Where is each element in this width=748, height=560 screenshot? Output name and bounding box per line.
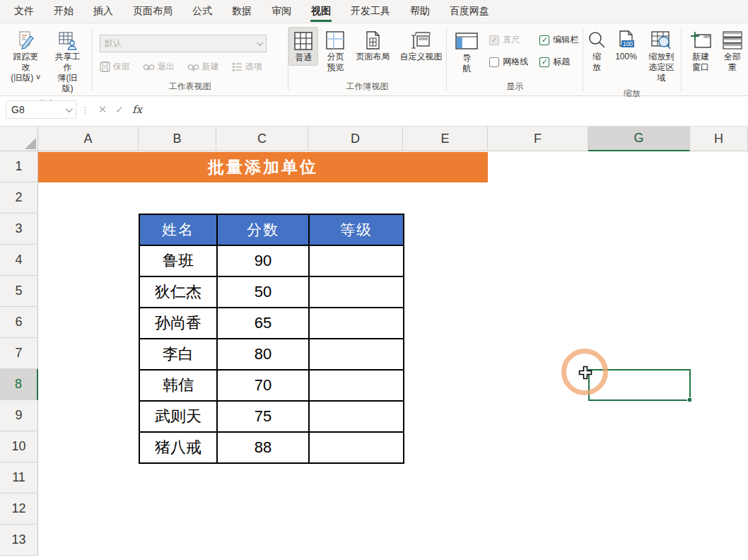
formula-bar-grip[interactable]: ⋮ [81,105,90,115]
options-button[interactable]: 选项 [232,61,262,73]
select-all-corner[interactable] [0,127,38,151]
table-cell[interactable]: 猪八戒 [139,432,217,463]
row-header-12[interactable]: 12 [0,494,38,525]
tab-label: 公式 [192,1,213,22]
page-break-preview-button[interactable]: 分页 预览 [321,27,349,75]
enter-icon[interactable]: ✓ [111,103,128,116]
ribbon-group-show: 导 航 直尺 网格线 编辑栏 [447,23,583,95]
row-header-13[interactable]: 13 [0,525,38,556]
column-header-G[interactable]: G [588,127,690,151]
tab-公式[interactable]: 公式 [182,0,222,23]
table-header-姓名[interactable]: 姓名 [139,214,217,245]
table-row: 狄仁杰50 [139,276,404,308]
row-header-5[interactable]: 5 [0,276,38,307]
row-header-6[interactable]: 6 [0,307,38,338]
formula-bar-checkbox[interactable]: 编辑栏 [539,34,578,46]
table-cell[interactable]: 狄仁杰 [139,276,217,308]
table-cell[interactable] [309,432,404,463]
table-cell[interactable] [309,339,404,370]
table-cell[interactable]: 65 [217,308,309,339]
column-header-F[interactable]: F [488,127,588,151]
row-header-7[interactable]: 7 [0,338,38,369]
spreadsheet-grid[interactable]: 批量添加单位 姓名分数等级 鲁班90狄仁杰50孙尚香65李白80韩信70武则天7… [0,127,748,560]
table-cell[interactable] [309,276,404,308]
tab-文件[interactable]: 文件 [4,0,44,23]
track-changes-button[interactable]: 跟踪更改 (旧版) ˅ [7,27,45,86]
formula-bar: G8 ⋮ ✕ ✓ fx [0,96,748,127]
keep-view-button[interactable]: 保留 [100,61,130,73]
zoom-100-label: 100% [615,52,637,62]
custom-views-button[interactable]: 自定义视图 [396,27,445,64]
row-header-2[interactable]: 2 [0,182,38,214]
headings-checkbox[interactable]: 标题 [539,56,578,68]
sheet-view-preset-dropdown[interactable]: 默认 [100,35,267,52]
column-header-C[interactable]: C [216,127,308,151]
name-box[interactable]: G8 [6,100,76,119]
table-cell[interactable]: 50 [217,276,309,308]
share-workbook-button[interactable]: 共享工作 簿(旧版) [49,27,86,96]
zoom-100-button[interactable]: 100 100% [612,27,641,64]
table-cell[interactable] [309,245,404,276]
column-header-D[interactable]: D [308,127,403,151]
name-box-value: G8 [11,104,25,115]
gridlines-checkbox[interactable]: 网格线 [489,56,528,68]
row-header-8[interactable]: 8 [0,369,38,400]
row-header-10[interactable]: 10 [0,431,38,462]
column-header-B[interactable]: B [139,127,216,151]
table-cell[interactable]: 90 [217,245,309,276]
table-cell[interactable]: 80 [217,339,309,370]
table-cell[interactable]: 88 [217,432,309,463]
table-cell[interactable] [309,401,404,432]
cancel-icon[interactable]: ✕ [94,103,111,116]
arrange-all-button[interactable]: 全部重 [718,27,747,75]
new-window-button[interactable]: 新建窗口 [686,27,715,75]
tab-开始[interactable]: 开始 [44,0,83,23]
tab-开发工具[interactable]: 开发工具 [341,0,400,23]
row-header-3[interactable]: 3 [0,214,38,245]
insert-function-icon[interactable]: fx [128,103,146,116]
data-table[interactable]: 姓名分数等级 鲁班90狄仁杰50孙尚香65李白80韩信70武则天75猪八戒88 [139,214,404,464]
table-cell[interactable] [309,308,404,339]
fill-handle[interactable] [687,397,692,402]
ruler-checkbox[interactable]: 直尺 [489,34,528,46]
zoom-to-selection-button[interactable]: 缩放到 选定区域 [642,27,681,86]
navigation-button[interactable]: 导 航 [451,28,482,76]
exit-view-button[interactable]: 退出 [143,61,175,73]
column-header-E[interactable]: E [403,127,488,151]
selected-cell-G8[interactable] [588,369,691,401]
table-cell[interactable]: 75 [217,401,309,432]
row-header-4[interactable]: 4 [0,245,38,276]
new-view-button[interactable]: 新建 [187,61,219,73]
share-workbook-label: 共享工作 簿(旧版) [52,52,83,94]
tab-审阅[interactable]: 审阅 [262,0,301,23]
table-cell[interactable]: 李白 [139,339,217,370]
zoom-to-selection-label: 缩放到 选定区域 [645,52,677,83]
table-cell[interactable]: 武则天 [139,401,217,432]
page-layout-view-button[interactable]: 页面布局 [352,27,393,64]
table-header-等级[interactable]: 等级 [309,214,404,245]
formula-input[interactable] [151,100,745,119]
table-cell[interactable] [309,370,404,401]
normal-view-button[interactable]: 普通 [288,27,318,66]
tab-数据[interactable]: 数据 [222,0,262,23]
row-header-9[interactable]: 9 [0,400,38,431]
column-header-A[interactable]: A [38,127,139,151]
banner-merged-cell[interactable]: 批量添加单位 [38,152,488,182]
tab-视图[interactable]: 视图 [301,0,341,23]
column-header-H[interactable]: H [690,127,748,151]
row-header-11[interactable]: 11 [0,462,38,494]
normal-view-icon [293,30,314,52]
tab-帮助[interactable]: 帮助 [400,0,440,23]
table-cell[interactable]: 韩信 [139,370,217,401]
tab-页面布局[interactable]: 页面布局 [123,0,182,23]
row-header-1[interactable]: 1 [0,151,38,182]
table-cell[interactable]: 70 [217,370,309,401]
table-cell[interactable]: 孙尚香 [139,308,217,339]
table-cell[interactable]: 鲁班 [139,245,217,276]
formula-bar-label: 编辑栏 [553,34,578,46]
ruler-label: 直尺 [503,34,520,46]
tab-百度网盘[interactable]: 百度网盘 [440,0,499,23]
table-header-分数[interactable]: 分数 [217,214,309,245]
tab-插入[interactable]: 插入 [83,0,123,23]
zoom-button[interactable]: 缩 放 [583,27,610,75]
